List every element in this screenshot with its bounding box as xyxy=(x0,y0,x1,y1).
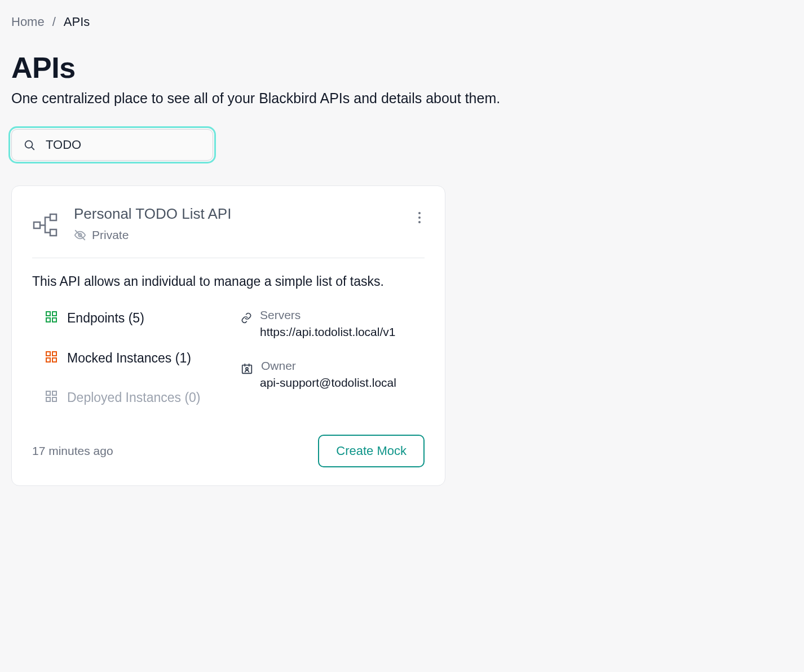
api-card: Personal TODO List API Private xyxy=(11,185,445,486)
breadcrumb-separator: / xyxy=(52,15,56,29)
svg-rect-10 xyxy=(46,312,50,316)
endpoints-label: Endpoints (5) xyxy=(67,308,144,328)
svg-rect-18 xyxy=(46,391,50,395)
contact-icon xyxy=(241,362,253,375)
servers-value: https://api.todolist.local/v1 xyxy=(260,325,425,339)
endpoints-stat[interactable]: Endpoints (5) xyxy=(46,308,229,328)
search-input[interactable] xyxy=(46,138,201,152)
breadcrumb-home-link[interactable]: Home xyxy=(11,15,45,29)
search-icon xyxy=(23,139,36,151)
svg-rect-13 xyxy=(52,318,56,322)
page-subtitle: One centralized place to see all of your… xyxy=(11,90,793,107)
svg-rect-19 xyxy=(52,391,56,395)
breadcrumb: Home / APIs xyxy=(11,11,793,29)
svg-rect-21 xyxy=(52,397,56,401)
svg-rect-20 xyxy=(46,397,50,401)
svg-rect-15 xyxy=(52,352,56,356)
grid-icon xyxy=(46,311,57,322)
page-title: APIs xyxy=(11,51,793,85)
link-icon xyxy=(241,312,252,324)
owner-label: Owner xyxy=(261,359,296,373)
svg-rect-2 xyxy=(34,222,40,228)
svg-rect-14 xyxy=(46,352,50,356)
grid-icon xyxy=(46,351,57,362)
svg-rect-11 xyxy=(52,312,56,316)
svg-rect-16 xyxy=(46,358,50,362)
mocked-label: Mocked Instances (1) xyxy=(67,348,191,368)
svg-line-1 xyxy=(32,147,34,149)
svg-point-23 xyxy=(246,367,248,369)
deployed-instances-stat: Deployed Instances (0) xyxy=(46,388,229,408)
kebab-icon xyxy=(418,211,421,224)
servers-stat: Servers https://api.todolist.local/v1 xyxy=(241,308,425,339)
servers-label: Servers xyxy=(260,308,301,322)
svg-rect-22 xyxy=(242,365,252,373)
owner-value: api-support@todolist.local xyxy=(260,376,425,390)
svg-rect-4 xyxy=(50,229,56,236)
svg-rect-17 xyxy=(52,358,56,362)
mocked-instances-stat[interactable]: Mocked Instances (1) xyxy=(46,348,229,368)
svg-rect-3 xyxy=(50,214,56,220)
svg-point-7 xyxy=(418,212,421,214)
grid-icon xyxy=(46,391,57,402)
deployed-label: Deployed Instances (0) xyxy=(67,388,201,408)
visibility-label: Private xyxy=(92,228,129,242)
svg-rect-12 xyxy=(46,318,50,322)
updated-timestamp: 17 minutes ago xyxy=(32,444,113,458)
breadcrumb-current: APIs xyxy=(64,15,90,29)
eye-off-icon xyxy=(74,229,86,241)
api-description: This API allows an individual to manage … xyxy=(32,274,425,289)
search-field[interactable] xyxy=(11,129,213,161)
more-menu-button[interactable] xyxy=(414,207,425,230)
svg-point-8 xyxy=(418,216,421,219)
api-icon xyxy=(32,211,59,237)
api-title: Personal TODO List API xyxy=(74,205,231,223)
svg-point-9 xyxy=(418,221,421,223)
create-mock-button[interactable]: Create Mock xyxy=(318,435,425,467)
owner-stat: Owner api-support@todolist.local xyxy=(241,359,425,390)
